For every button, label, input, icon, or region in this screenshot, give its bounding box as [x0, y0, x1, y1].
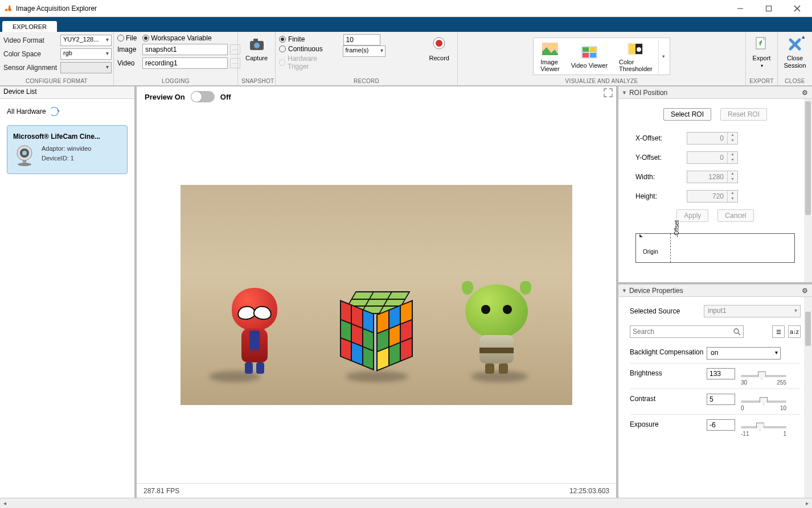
width-spinner[interactable]: ▲▼	[687, 171, 738, 183]
snapshot-footer: SNAPSHOT	[241, 78, 272, 84]
visualize-apps-gallery: Image Viewer Video Viewer Color Threshol…	[533, 38, 670, 75]
collapse-ribbon-icon[interactable]: ▴	[802, 33, 810, 40]
fps-display: 287.81 FPS	[143, 487, 179, 495]
maximize-panel-icon[interactable]	[604, 88, 613, 97]
color-space-dropdown[interactable]: rgb	[60, 48, 112, 60]
brightness-label: Brightness	[630, 368, 707, 377]
device-id: DeviceID: 1	[42, 154, 91, 163]
roi-gear-icon[interactable]: ⚙	[801, 89, 809, 97]
capture-button[interactable]: Capture	[241, 34, 272, 63]
brightness-slider[interactable]: 30 255	[741, 371, 786, 385]
close-footer: CLOSE	[781, 78, 809, 84]
export-button[interactable]: Export ▾	[748, 34, 776, 70]
scroll-right-icon[interactable]: ▸	[806, 500, 809, 506]
image-name-input[interactable]	[142, 44, 228, 55]
log-file-radio[interactable]: File	[117, 34, 137, 42]
window-title: Image Acquisition Explorer	[16, 5, 729, 13]
preview-toggle[interactable]	[191, 91, 215, 102]
webcam-icon	[13, 144, 36, 167]
preview-on-label: Preview On	[145, 93, 185, 101]
ribbon-group-close: Close Session CLOSE	[778, 32, 812, 85]
image-viewer-app[interactable]: Image Viewer	[535, 39, 565, 73]
camera-preview-image	[181, 185, 572, 405]
tab-explorer[interactable]: EXPLORER	[2, 21, 57, 32]
exposure-slider[interactable]: -11 1	[741, 423, 786, 436]
toolstrip-tabs: EXPLORER	[0, 17, 812, 32]
property-search[interactable]	[630, 325, 744, 338]
svg-rect-13	[590, 47, 596, 52]
camera-icon	[248, 35, 266, 53]
svg-point-26	[734, 329, 739, 333]
xoffset-label: X-Offset:	[635, 134, 687, 142]
visualize-footer: VISUALIZE AND ANALYZE	[461, 78, 742, 84]
roi-title: ROI Position	[629, 89, 667, 97]
device-list-panel: Device List All Hardware Microsoft® Life…	[0, 86, 137, 498]
device-name: Microsoft® LifeCam Cine...	[13, 133, 121, 141]
yoffset-label: Y-Offset:	[635, 154, 687, 162]
video-name-input[interactable]	[142, 57, 228, 69]
preview-area	[137, 107, 616, 483]
configure-footer: CONFIGURE FORMAT	[3, 78, 110, 84]
minimize-button[interactable]	[729, 1, 752, 16]
svg-rect-15	[590, 53, 596, 57]
contrast-label: Contrast	[630, 394, 707, 403]
maximize-button[interactable]	[757, 1, 780, 16]
video-viewer-app[interactable]: Video Viewer	[565, 43, 613, 70]
yoffset-spinner[interactable]: ▲▼	[687, 151, 738, 164]
hwtrigger-radio: Hardware Trigger	[279, 55, 335, 71]
ribbon-group-visualize: Image Viewer Video Viewer Color Threshol…	[458, 32, 746, 85]
backlight-dropdown[interactable]: on	[707, 347, 781, 360]
svg-rect-1	[766, 6, 772, 11]
frames-input[interactable]	[343, 34, 380, 46]
backlight-label: Backlight Compensation	[630, 347, 707, 356]
matlab-logo-icon	[3, 4, 13, 13]
color-thresholder-app[interactable]: Color Thresholder	[613, 39, 658, 73]
roi-collapse-icon[interactable]: ▼	[622, 90, 627, 96]
contrast-input[interactable]	[707, 394, 735, 405]
devprops-collapse-icon[interactable]: ▼	[622, 288, 627, 294]
contrast-slider[interactable]: 0 10	[741, 397, 786, 411]
select-roi-button[interactable]: Select ROI	[663, 108, 711, 121]
ribbon-group-record: Finite Continuous Hardware Trigger frame…	[276, 32, 458, 85]
svg-point-19	[637, 47, 641, 52]
log-wsvar-radio[interactable]: Workspace Variable	[142, 34, 211, 42]
record-footer: RECORD	[279, 78, 454, 84]
image-name-label: Image	[117, 46, 140, 53]
image-viewer-icon	[541, 40, 559, 59]
sensor-alignment-label: Sensor Alignment	[3, 64, 60, 72]
record-button[interactable]: Record	[425, 34, 454, 63]
property-search-input[interactable]	[633, 328, 733, 336]
svg-line-27	[738, 333, 740, 335]
search-icon	[733, 328, 741, 336]
roi-diagram: Origin -Offset	[635, 233, 795, 263]
selected-source-label: Selected Source	[630, 307, 704, 315]
frames-unit-dropdown[interactable]: frame(s)	[343, 46, 386, 57]
visualize-gallery-more[interactable]: ▾	[658, 39, 669, 73]
brightness-input[interactable]	[707, 368, 735, 379]
export-footer: EXPORT	[749, 78, 774, 84]
expand-all-button[interactable]: ☰	[772, 325, 785, 338]
xoffset-spinner[interactable]: ▲▼	[687, 132, 738, 144]
devprops-scrollbar[interactable]	[804, 297, 812, 498]
continuous-radio[interactable]: Continuous	[279, 45, 335, 53]
device-card[interactable]: Microsoft® LifeCam Cine... Adaptor: winv…	[7, 125, 128, 174]
apply-roi-button: Apply	[676, 209, 708, 222]
devprops-gear-icon[interactable]: ⚙	[801, 287, 809, 295]
color-space-label: Color Space	[3, 50, 60, 58]
ribbon: ▴ Video Format YUY2_128... Color Space r…	[0, 32, 812, 86]
scroll-left-icon[interactable]: ◂	[3, 500, 6, 506]
svg-rect-6	[253, 39, 258, 42]
video-format-dropdown[interactable]: YUY2_128...	[60, 35, 112, 46]
roi-scrollbar[interactable]	[804, 99, 812, 282]
svg-point-25	[22, 151, 27, 155]
height-spinner[interactable]: ▲▼	[687, 190, 738, 203]
sort-button[interactable]: a↓z	[788, 325, 801, 338]
cancel-roi-button: Cancel	[717, 209, 753, 222]
finite-radio[interactable]: Finite	[279, 35, 335, 43]
close-window-button[interactable]	[786, 1, 809, 16]
exposure-input[interactable]	[707, 419, 735, 431]
roi-yoffset-diagram-label: -Offset	[674, 220, 680, 237]
refresh-hardware-icon[interactable]	[50, 107, 59, 116]
titlebar: Image Acquisition Explorer	[0, 0, 812, 17]
ribbon-group-logging: File Workspace Variable Image ⋯ Video ⋯ …	[114, 32, 238, 85]
